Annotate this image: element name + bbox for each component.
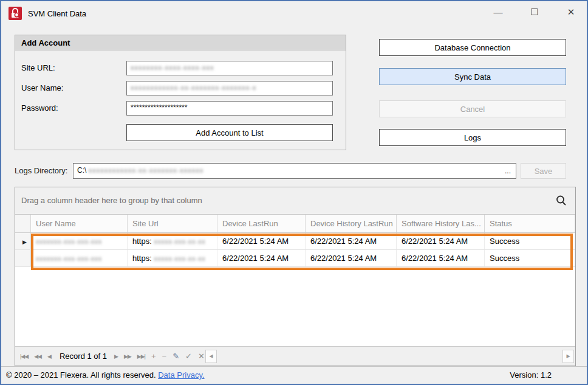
logs-directory-prefix: C:\ <box>77 166 86 175</box>
user-name-input[interactable]: xxxxxxxxxxxx-xx-xxxxxxx-xxxxxxx-x <box>126 81 333 95</box>
accounts-grid: Drag a column header here to group by th… <box>15 187 576 366</box>
record-count-text: Record 1 of 1 <box>60 352 107 361</box>
version-text: Version: 1.2 <box>510 370 552 380</box>
logs-directory-redacted-value: xxxxxxxxxxxx-xx-xxxxxxx-xxxxxx <box>89 167 204 174</box>
copyright-text: © 2020 – 2021 Flexera. All rights reserv… <box>6 370 205 380</box>
browse-ellipsis-button[interactable]: ... <box>501 165 514 177</box>
record-navigator: |◀◀ ◀◀ ◀ Record 1 of 1 ▶ ▶▶ ▶▶| + − ✎ ✓ … <box>15 346 575 366</box>
cell-status[interactable]: Success <box>485 233 575 249</box>
save-button[interactable]: Save <box>521 163 566 179</box>
edit-record-icon[interactable]: ✎ <box>173 352 179 361</box>
sync-data-button[interactable]: Sync Data <box>379 68 566 85</box>
nav-next-record-icon[interactable]: ▶ <box>114 353 118 359</box>
delete-record-icon[interactable]: − <box>162 352 167 361</box>
horizontal-scrollbar[interactable]: ◀ ▶ <box>205 350 574 363</box>
cell-status[interactable]: Success <box>485 250 575 266</box>
nav-prev-record-icon[interactable]: ◀ <box>47 353 51 359</box>
scroll-right-icon[interactable]: ▶ <box>562 350 574 363</box>
row-indicator: ▶ <box>15 233 31 249</box>
append-record-icon[interactable]: + <box>151 352 156 361</box>
cancel-button[interactable]: Cancel <box>379 100 566 117</box>
close-icon[interactable]: ✕ <box>558 1 584 23</box>
app-window: SVM Client Data — ☐ ✕ Add Account Site U… <box>0 0 588 385</box>
app-logo-icon <box>9 7 22 20</box>
group-by-hint-text: Drag a column header here to group by th… <box>21 196 202 205</box>
cell-site-url[interactable]: https: xxxxx-xxx-xx-xx <box>128 250 217 266</box>
cell-device-lastrun[interactable]: 6/22/2021 5:24 AM <box>217 233 306 249</box>
table-row[interactable]: ▶ xxxxxxx-xxx-xxx-xxx https: xxxxx-xxx-x… <box>15 233 575 250</box>
user-name-redacted-value: xxxxxxxxxxxx-xx-xxxxxxx-xxxxxxx-x <box>131 84 256 91</box>
end-edit-icon[interactable]: ✓ <box>185 352 192 361</box>
password-masked-value: ******************** <box>131 103 187 112</box>
nav-last-record-icon[interactable]: ▶▶| <box>137 353 145 359</box>
search-icon[interactable] <box>555 194 568 207</box>
password-input[interactable]: ******************** <box>126 101 333 116</box>
database-connection-button[interactable]: Database Connection <box>379 39 566 56</box>
minimize-icon[interactable]: — <box>485 1 511 23</box>
cell-site-url[interactable]: https: xxxxx-xxx-xx-xx <box>128 233 217 249</box>
logs-button[interactable]: Logs <box>379 129 566 146</box>
current-row-arrow-icon: ▶ <box>20 239 27 245</box>
status-bar: © 2020 – 2021 Flexera. All rights reserv… <box>1 366 587 384</box>
site-url-redacted-value: xxxxxxxx-xxxx-xxxx-xxx <box>131 64 214 71</box>
site-url-label: Site URL: <box>21 63 55 72</box>
column-header-status[interactable]: Status <box>485 215 575 232</box>
logs-directory-label: Logs Directory: <box>15 166 67 175</box>
window-title: SVM Client Data <box>28 9 86 18</box>
column-header-device-history-lastrun[interactable]: Device History LastRun <box>306 215 397 232</box>
cell-software-history-lastrun[interactable]: 6/22/2021 5:24 AM <box>397 250 485 266</box>
cancel-edit-icon[interactable]: ✕ <box>198 352 205 361</box>
column-header-site-url[interactable]: Site Url <box>128 215 217 232</box>
cell-software-history-lastrun[interactable]: 6/22/2021 5:24 AM <box>397 233 485 249</box>
add-account-to-list-button[interactable]: Add Account to List <box>126 124 333 141</box>
scroll-left-icon[interactable]: ◀ <box>205 350 217 363</box>
column-header-user-name[interactable]: User Name <box>31 215 128 232</box>
nav-prev-page-icon[interactable]: ◀◀ <box>34 353 41 359</box>
data-privacy-link[interactable]: Data Privacy. <box>158 370 204 380</box>
row-indicator-header <box>15 215 31 232</box>
nav-first-record-icon[interactable]: |◀◀ <box>20 353 28 359</box>
table-row[interactable]: xxxxxxx-xxx-xxx-xxx https: xxxxx-xxx-xx-… <box>15 250 575 267</box>
row-indicator <box>15 250 31 266</box>
password-label: Password: <box>21 103 58 113</box>
column-header-device-lastrun[interactable]: Device LastRun <box>217 215 306 232</box>
column-header-software-history-lastrun[interactable]: Software History Las... <box>397 215 485 232</box>
cell-user-name[interactable]: xxxxxxx-xxx-xxx-xxx <box>31 233 128 249</box>
site-url-input[interactable]: xxxxxxxx-xxxx-xxxx-xxx <box>126 61 333 75</box>
logs-directory-input[interactable]: C:\ xxxxxxxxxxxx-xx-xxxxxxx-xxxxxx ... <box>73 163 516 179</box>
title-bar: SVM Client Data — ☐ ✕ <box>1 1 587 27</box>
nav-next-page-icon[interactable]: ▶▶ <box>124 353 131 359</box>
cell-device-history-lastrun[interactable]: 6/22/2021 5:24 AM <box>306 250 397 266</box>
user-name-label: User Name: <box>21 83 63 92</box>
maximize-icon[interactable]: ☐ <box>521 1 548 23</box>
grid-header-row: User Name Site Url Device LastRun Device… <box>15 215 575 233</box>
cell-device-history-lastrun[interactable]: 6/22/2021 5:24 AM <box>306 233 397 249</box>
grid-empty-area <box>15 267 575 347</box>
group-by-panel[interactable]: Drag a column header here to group by th… <box>15 187 575 215</box>
add-account-title: Add Account <box>15 35 346 50</box>
cell-device-lastrun[interactable]: 6/22/2021 5:24 AM <box>217 250 306 266</box>
add-account-group: Add Account Site URL: xxxxxxxx-xxxx-xxxx… <box>15 35 346 150</box>
cell-user-name[interactable]: xxxxxxx-xxx-xxx-xxx <box>31 250 128 266</box>
